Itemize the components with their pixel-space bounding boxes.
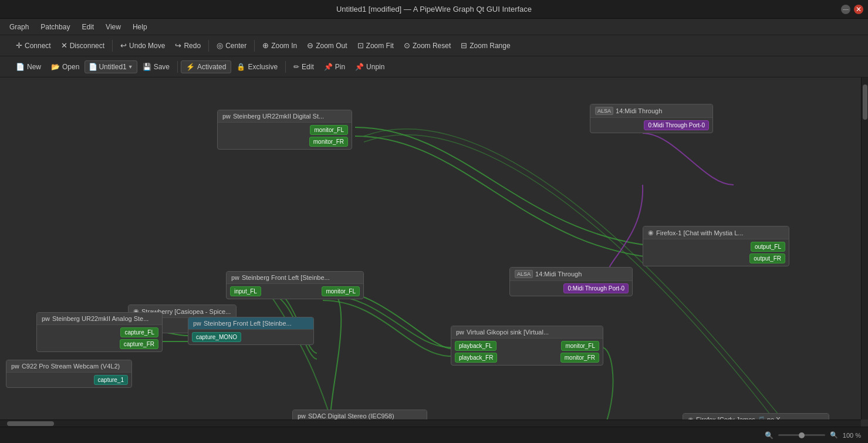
center-button[interactable]: ◎Center bbox=[212, 39, 251, 52]
zoom-reset-button[interactable]: ⊙Zoom Reset bbox=[399, 39, 455, 52]
new-button[interactable]: 📄 New bbox=[11, 61, 46, 73]
port-capture-mono[interactable]: capture_MONO bbox=[192, 332, 241, 342]
new-icon: 📄 bbox=[16, 63, 25, 71]
zoom-in-small[interactable]: 🔍 bbox=[830, 431, 838, 439]
menu-edit[interactable]: Edit bbox=[77, 21, 99, 33]
node-header: pw Virtual Gikopoi sink [Virtual... bbox=[451, 326, 603, 339]
minimize-button[interactable]: — bbox=[841, 5, 850, 14]
port-playback-fl[interactable]: playback_FL bbox=[455, 341, 497, 351]
port-capture-fr[interactable]: capture_FR bbox=[120, 339, 158, 349]
node-title: Steinberg UR22mkII Analog Ste... bbox=[52, 315, 148, 322]
port-monitor-fr[interactable]: monitor_FR bbox=[560, 353, 599, 363]
port-midi-through[interactable]: 0:Midi Through Port-0 bbox=[563, 283, 629, 293]
zoom-slider[interactable] bbox=[778, 434, 825, 436]
zoom-fit-icon: ⊡ bbox=[357, 41, 364, 50]
port-capture-1[interactable]: capture_1 bbox=[94, 375, 128, 385]
node-title: Firefox-1 [Chat with Mystia L... bbox=[656, 229, 744, 236]
port-row-out2: capture_FR bbox=[40, 339, 158, 349]
zoom-out-button[interactable]: ⊖Zoom Out bbox=[302, 39, 352, 52]
port-row-out2: monitor_FR bbox=[221, 137, 348, 147]
zoom-fit-button[interactable]: ⊡Zoom Fit bbox=[353, 39, 398, 52]
node-steinberg-ur22-digital[interactable]: pw Steinberg UR22mkII Digital St... moni… bbox=[217, 110, 352, 150]
unpin-button[interactable]: 📌 Unpin bbox=[350, 61, 389, 73]
undo-icon: ↩ bbox=[120, 41, 127, 50]
redo-icon: ↪ bbox=[175, 41, 181, 50]
port-monitor-fl[interactable]: monitor_FL bbox=[310, 125, 348, 135]
node-title: SDAC Digital Stereo (IEC958) bbox=[308, 412, 394, 420]
node-title: 14:Midi Through bbox=[616, 107, 662, 114]
port-playback-fr[interactable]: playback_FR bbox=[455, 353, 497, 363]
close-button[interactable]: ✕ bbox=[854, 5, 863, 14]
zoom-slider-thumb[interactable] bbox=[799, 432, 805, 438]
port-row-out: capture_1 bbox=[10, 375, 128, 385]
search-icon[interactable]: 🔍 bbox=[765, 431, 774, 439]
node-title: Steinberg Front Left [Steinbe... bbox=[204, 320, 292, 327]
zoom-level: 100 % bbox=[843, 432, 861, 439]
node-steinberg-front-left[interactable]: pw Steinberg Front Left [Steinbe... inpu… bbox=[226, 271, 364, 299]
menubar: Graph Patchbay Edit View Help bbox=[0, 19, 868, 35]
node-title: Virtual Gikopoi sink [Virtual... bbox=[467, 329, 549, 336]
node-c922-webcam[interactable]: pw C922 Pro Stream Webcam (V4L2) capture… bbox=[6, 360, 132, 388]
pw-badge: pw bbox=[42, 316, 50, 322]
pin-button[interactable]: 📌 Pin bbox=[319, 61, 350, 73]
zoom-in-button[interactable]: ⊕Zoom In bbox=[258, 39, 302, 52]
port-output-fl[interactable]: output_FL bbox=[751, 242, 785, 252]
pin-icon: 📌 bbox=[324, 63, 333, 71]
pw-badge: pw bbox=[231, 275, 239, 281]
toolbar2: 📄 New 📂 Open 📄 Untitled1 ▼ 💾 Save ⚡ Acti… bbox=[0, 56, 868, 77]
node-header: ◉ Firefox-1 [Chat with Mystia L... bbox=[643, 226, 789, 239]
save-button[interactable]: 💾 Save bbox=[138, 61, 174, 73]
port-row-out: 0:Midi Through Port-0 bbox=[594, 120, 709, 130]
node-midi-through-top[interactable]: ALSA 14:Midi Through 0:Midi Through Port… bbox=[590, 104, 713, 133]
activated-icon: ⚡ bbox=[186, 63, 195, 71]
node-header: pw C922 Pro Stream Webcam (V4L2) bbox=[6, 360, 131, 373]
node-title: Steinberg UR22mkII Digital St... bbox=[233, 113, 324, 120]
port-midi-through[interactable]: 0:Midi Through Port-0 bbox=[644, 120, 709, 130]
scroll-thumb-vertical[interactable] bbox=[863, 84, 867, 120]
node-steinberg-ur22-analog[interactable]: pw Steinberg UR22mkII Analog Ste... capt… bbox=[36, 312, 163, 352]
node-header: pw Steinberg UR22mkII Digital St... bbox=[218, 110, 352, 123]
node-title: 14:Midi Through bbox=[535, 270, 582, 278]
menu-view[interactable]: View bbox=[101, 21, 126, 33]
scrollbar-horizontal[interactable] bbox=[0, 420, 861, 427]
node-firefox-1[interactable]: ◉ Firefox-1 [Chat with Mystia L... outpu… bbox=[643, 226, 789, 266]
connect-button[interactable]: ✛Connect bbox=[11, 39, 56, 52]
node-header: pw Steinberg Front Left [Steinbe... bbox=[188, 317, 313, 330]
node-midi-through-bottom[interactable]: ALSA 14:Midi Through 0:Midi Through Port… bbox=[509, 267, 633, 296]
port-monitor-fl[interactable]: monitor_FL bbox=[322, 286, 360, 296]
edit-button[interactable]: ✏ Edit bbox=[289, 61, 319, 73]
pw-badge: pw bbox=[193, 320, 201, 327]
scrollbar-vertical[interactable] bbox=[861, 77, 868, 420]
filename-dropdown[interactable]: 📄 Untitled1 ▼ bbox=[85, 60, 137, 73]
node-header: pw Steinberg UR22mkII Analog Ste... bbox=[37, 313, 162, 325]
port-input-fl[interactable]: input_FL bbox=[230, 286, 261, 296]
port-capture-fl[interactable]: capture_FL bbox=[120, 327, 158, 337]
exclusive-button[interactable]: 🔒 Exclusive bbox=[232, 61, 282, 73]
redo-button[interactable]: ↪Redo bbox=[170, 39, 205, 52]
undo-button[interactable]: ↩Undo Move bbox=[116, 39, 170, 52]
scroll-thumb-horizontal[interactable] bbox=[7, 421, 54, 426]
port-output-fr[interactable]: output_FR bbox=[749, 253, 785, 263]
disconnect-button[interactable]: ✕Disconnect bbox=[56, 39, 109, 52]
menu-graph[interactable]: Graph bbox=[5, 21, 33, 33]
node-title: Steinberg Front Left [Steinbe... bbox=[242, 274, 330, 281]
menu-help[interactable]: Help bbox=[128, 21, 152, 33]
open-button[interactable]: 📂 Open bbox=[46, 61, 84, 73]
center-icon: ◎ bbox=[217, 41, 223, 50]
port-monitor-fl[interactable]: monitor_FL bbox=[561, 341, 599, 351]
menu-patchbay[interactable]: Patchbay bbox=[36, 21, 75, 33]
node-virtual-gikopoi[interactable]: pw Virtual Gikopoi sink [Virtual... play… bbox=[451, 326, 603, 366]
file-icon: 📄 bbox=[89, 63, 97, 71]
zoom-range-button[interactable]: ⊟Zoom Range bbox=[456, 39, 515, 52]
node-header: ALSA 14:Midi Through bbox=[510, 268, 632, 281]
graph-canvas[interactable]: pw Steinberg UR22mkII Digital St... moni… bbox=[0, 77, 868, 427]
disconnect-icon: ✕ bbox=[61, 41, 67, 50]
node-steinberg-front-active[interactable]: pw Steinberg Front Left [Steinbe... capt… bbox=[188, 317, 314, 345]
pw-badge: pw bbox=[222, 113, 231, 120]
node-title: C922 Pro Stream Webcam (V4L2) bbox=[22, 363, 120, 370]
activated-button[interactable]: ⚡ Activated bbox=[181, 60, 231, 73]
zoom-range-icon: ⊟ bbox=[461, 41, 467, 50]
port-monitor-fr[interactable]: monitor_FR bbox=[309, 137, 348, 147]
port-row-out: 0:Midi Through Port-0 bbox=[514, 283, 629, 293]
pw-badge: pw bbox=[456, 329, 464, 336]
